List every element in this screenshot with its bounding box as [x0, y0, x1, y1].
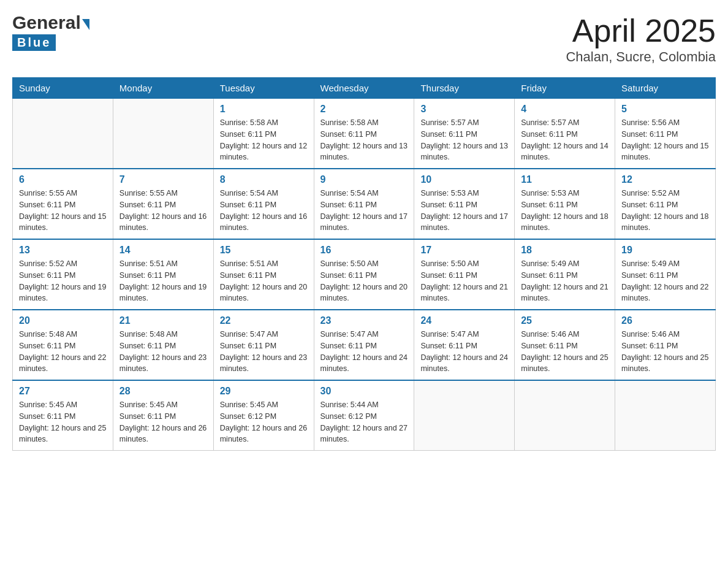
- table-row: 11Sunrise: 5:53 AMSunset: 6:11 PMDayligh…: [515, 169, 615, 239]
- table-row: 1Sunrise: 5:58 AMSunset: 6:11 PMDaylight…: [213, 99, 314, 169]
- day-info: Sunrise: 5:56 AMSunset: 6:11 PMDaylight:…: [621, 117, 709, 163]
- table-row: 16Sunrise: 5:50 AMSunset: 6:11 PMDayligh…: [314, 239, 414, 310]
- col-saturday: Saturday: [615, 78, 716, 99]
- col-tuesday: Tuesday: [213, 78, 314, 99]
- calendar-table: Sunday Monday Tuesday Wednesday Thursday…: [12, 77, 716, 451]
- day-info: Sunrise: 5:58 AMSunset: 6:11 PMDaylight:…: [220, 117, 308, 163]
- day-number: 19: [621, 245, 709, 256]
- table-row: 29Sunrise: 5:45 AMSunset: 6:12 PMDayligh…: [213, 380, 314, 451]
- day-info: Sunrise: 5:45 AMSunset: 6:12 PMDaylight:…: [220, 399, 308, 445]
- table-row: 22Sunrise: 5:47 AMSunset: 6:11 PMDayligh…: [213, 310, 314, 380]
- day-number: 3: [420, 104, 508, 115]
- page-header: General Blue April 2025 Chalan, Sucre, C…: [12, 12, 716, 65]
- day-number: 6: [19, 174, 107, 185]
- day-info: Sunrise: 5:54 AMSunset: 6:11 PMDaylight:…: [320, 188, 408, 234]
- table-row: 7Sunrise: 5:55 AMSunset: 6:11 PMDaylight…: [113, 169, 213, 239]
- table-row: 28Sunrise: 5:45 AMSunset: 6:11 PMDayligh…: [113, 380, 213, 451]
- logo: General Blue: [12, 12, 89, 51]
- day-info: Sunrise: 5:50 AMSunset: 6:11 PMDaylight:…: [320, 258, 408, 304]
- table-row: 3Sunrise: 5:57 AMSunset: 6:11 PMDaylight…: [414, 99, 515, 169]
- day-number: 12: [621, 174, 709, 185]
- page-title: April 2025: [566, 12, 716, 49]
- day-info: Sunrise: 5:45 AMSunset: 6:11 PMDaylight:…: [19, 399, 107, 445]
- day-number: 4: [521, 104, 609, 115]
- day-info: Sunrise: 5:51 AMSunset: 6:11 PMDaylight:…: [220, 258, 308, 304]
- page-subtitle: Chalan, Sucre, Colombia: [566, 49, 716, 65]
- day-number: 21: [119, 315, 207, 326]
- table-row: 10Sunrise: 5:53 AMSunset: 6:11 PMDayligh…: [414, 169, 515, 239]
- table-row: 20Sunrise: 5:48 AMSunset: 6:11 PMDayligh…: [13, 310, 113, 380]
- day-number: 16: [320, 245, 408, 256]
- day-number: 1: [220, 104, 308, 115]
- day-number: 11: [521, 174, 609, 185]
- day-info: Sunrise: 5:45 AMSunset: 6:11 PMDaylight:…: [119, 399, 207, 445]
- day-number: 26: [621, 315, 709, 326]
- day-info: Sunrise: 5:47 AMSunset: 6:11 PMDaylight:…: [220, 329, 308, 375]
- day-info: Sunrise: 5:48 AMSunset: 6:11 PMDaylight:…: [119, 329, 207, 375]
- day-number: 15: [220, 245, 308, 256]
- day-number: 20: [19, 315, 107, 326]
- table-row: 24Sunrise: 5:47 AMSunset: 6:11 PMDayligh…: [414, 310, 515, 380]
- day-number: 17: [420, 245, 508, 256]
- col-thursday: Thursday: [414, 78, 515, 99]
- day-info: Sunrise: 5:51 AMSunset: 6:11 PMDaylight:…: [119, 258, 207, 304]
- table-row: 2Sunrise: 5:58 AMSunset: 6:11 PMDaylight…: [314, 99, 414, 169]
- table-row: 21Sunrise: 5:48 AMSunset: 6:11 PMDayligh…: [113, 310, 213, 380]
- day-info: Sunrise: 5:55 AMSunset: 6:11 PMDaylight:…: [119, 188, 207, 234]
- day-info: Sunrise: 5:54 AMSunset: 6:11 PMDaylight:…: [220, 188, 308, 234]
- day-info: Sunrise: 5:52 AMSunset: 6:11 PMDaylight:…: [621, 188, 709, 234]
- table-row: 25Sunrise: 5:46 AMSunset: 6:11 PMDayligh…: [515, 310, 615, 380]
- title-area: April 2025 Chalan, Sucre, Colombia: [566, 12, 716, 65]
- table-row: [13, 99, 113, 169]
- day-info: Sunrise: 5:46 AMSunset: 6:11 PMDaylight:…: [621, 329, 709, 375]
- table-row: 19Sunrise: 5:49 AMSunset: 6:11 PMDayligh…: [615, 239, 716, 310]
- day-info: Sunrise: 5:47 AMSunset: 6:11 PMDaylight:…: [420, 329, 508, 375]
- table-row: 27Sunrise: 5:45 AMSunset: 6:11 PMDayligh…: [13, 380, 113, 451]
- table-row: 6Sunrise: 5:55 AMSunset: 6:11 PMDaylight…: [13, 169, 113, 239]
- table-row: 5Sunrise: 5:56 AMSunset: 6:11 PMDaylight…: [615, 99, 716, 169]
- day-number: 23: [320, 315, 408, 326]
- logo-general: General: [12, 12, 81, 33]
- table-row: [113, 99, 213, 169]
- table-row: [615, 380, 716, 451]
- day-number: 28: [119, 386, 207, 397]
- table-row: 26Sunrise: 5:46 AMSunset: 6:11 PMDayligh…: [615, 310, 716, 380]
- col-friday: Friday: [515, 78, 615, 99]
- day-info: Sunrise: 5:53 AMSunset: 6:11 PMDaylight:…: [521, 188, 609, 234]
- day-number: 24: [420, 315, 508, 326]
- day-number: 7: [119, 174, 207, 185]
- col-monday: Monday: [113, 78, 213, 99]
- day-number: 13: [19, 245, 107, 256]
- table-row: 30Sunrise: 5:44 AMSunset: 6:12 PMDayligh…: [314, 380, 414, 451]
- day-info: Sunrise: 5:50 AMSunset: 6:11 PMDaylight:…: [420, 258, 508, 304]
- logo-triangle-icon: [82, 19, 89, 30]
- day-number: 14: [119, 245, 207, 256]
- day-number: 5: [621, 104, 709, 115]
- day-info: Sunrise: 5:52 AMSunset: 6:11 PMDaylight:…: [19, 258, 107, 304]
- day-number: 27: [19, 386, 107, 397]
- day-number: 9: [320, 174, 408, 185]
- table-row: 17Sunrise: 5:50 AMSunset: 6:11 PMDayligh…: [414, 239, 515, 310]
- table-row: [515, 380, 615, 451]
- col-sunday: Sunday: [13, 78, 113, 99]
- day-info: Sunrise: 5:49 AMSunset: 6:11 PMDaylight:…: [521, 258, 609, 304]
- table-row: 9Sunrise: 5:54 AMSunset: 6:11 PMDaylight…: [314, 169, 414, 239]
- day-info: Sunrise: 5:57 AMSunset: 6:11 PMDaylight:…: [420, 117, 508, 163]
- table-row: 12Sunrise: 5:52 AMSunset: 6:11 PMDayligh…: [615, 169, 716, 239]
- col-wednesday: Wednesday: [314, 78, 414, 99]
- table-row: 4Sunrise: 5:57 AMSunset: 6:11 PMDaylight…: [515, 99, 615, 169]
- day-number: 29: [220, 386, 308, 397]
- day-number: 22: [220, 315, 308, 326]
- day-number: 25: [521, 315, 609, 326]
- table-row: 18Sunrise: 5:49 AMSunset: 6:11 PMDayligh…: [515, 239, 615, 310]
- calendar-header-row: Sunday Monday Tuesday Wednesday Thursday…: [13, 78, 716, 99]
- day-info: Sunrise: 5:46 AMSunset: 6:11 PMDaylight:…: [521, 329, 609, 375]
- day-info: Sunrise: 5:58 AMSunset: 6:11 PMDaylight:…: [320, 117, 408, 163]
- day-number: 8: [220, 174, 308, 185]
- day-number: 18: [521, 245, 609, 256]
- day-info: Sunrise: 5:57 AMSunset: 6:11 PMDaylight:…: [521, 117, 609, 163]
- day-info: Sunrise: 5:48 AMSunset: 6:11 PMDaylight:…: [19, 329, 107, 375]
- day-info: Sunrise: 5:47 AMSunset: 6:11 PMDaylight:…: [320, 329, 408, 375]
- table-row: 8Sunrise: 5:54 AMSunset: 6:11 PMDaylight…: [213, 169, 314, 239]
- day-number: 30: [320, 386, 408, 397]
